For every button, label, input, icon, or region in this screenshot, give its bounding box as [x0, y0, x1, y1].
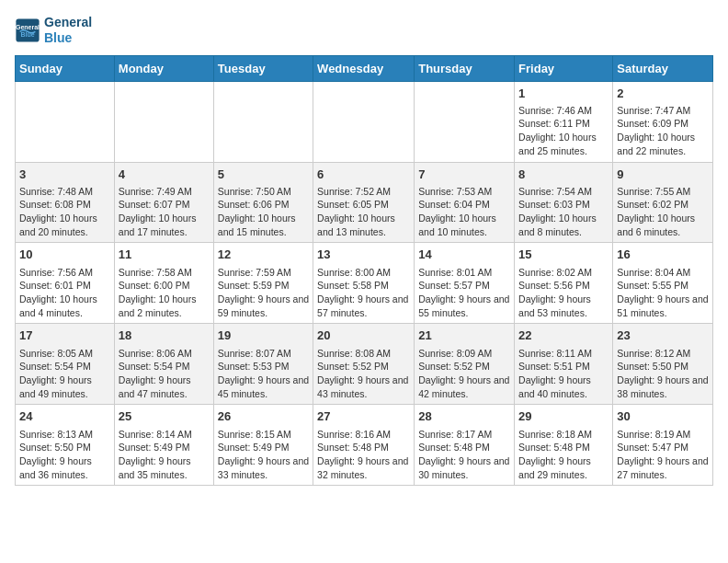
day-info: Sunset: 5:53 PM: [218, 360, 309, 373]
day-info: Sunrise: 7:55 AM: [617, 185, 709, 199]
day-info: Sunset: 5:50 PM: [19, 441, 110, 454]
calendar-week-row: 24Sunrise: 8:13 AMSunset: 5:50 PMDayligh…: [16, 405, 713, 486]
day-number: 21: [418, 327, 510, 344]
day-number: 15: [518, 247, 609, 263]
calendar-cell: 7Sunrise: 7:53 AMSunset: 6:04 PMDaylight…: [415, 162, 515, 243]
day-info: Sunrise: 8:12 AM: [617, 347, 709, 361]
day-info: Daylight: 10 hours and 8 minutes.: [518, 212, 609, 238]
day-number: 24: [19, 408, 110, 425]
day-info: Sunrise: 7:50 AM: [218, 185, 309, 199]
day-number: 14: [418, 247, 510, 263]
calendar-cell: 11Sunrise: 7:58 AMSunset: 6:00 PMDayligh…: [114, 243, 213, 324]
day-info: Sunrise: 8:19 AM: [617, 428, 709, 442]
day-info: Sunset: 6:00 PM: [119, 279, 210, 293]
day-number: 11: [119, 247, 210, 263]
day-info: Daylight: 10 hours and 4 minutes.: [19, 293, 110, 319]
day-info: Daylight: 9 hours and 45 minutes.: [218, 373, 309, 400]
day-info: Daylight: 9 hours and 43 minutes.: [317, 373, 410, 400]
header-sunday: Sunday: [16, 55, 115, 81]
day-info: Daylight: 9 hours and 36 minutes.: [19, 454, 110, 481]
calendar-cell: 18Sunrise: 8:06 AMSunset: 5:54 PMDayligh…: [114, 324, 213, 405]
day-info: Daylight: 10 hours and 13 minutes.: [317, 212, 410, 238]
day-info: Sunset: 6:08 PM: [19, 198, 110, 212]
day-number: 18: [119, 327, 210, 344]
day-info: Daylight: 9 hours and 33 minutes.: [218, 454, 309, 481]
calendar-week-row: 3Sunrise: 7:48 AMSunset: 6:08 PMDaylight…: [16, 162, 713, 243]
day-info: Daylight: 10 hours and 6 minutes.: [617, 212, 709, 238]
day-info: Sunset: 5:49 PM: [119, 441, 210, 454]
day-info: Daylight: 9 hours and 49 minutes.: [19, 373, 110, 400]
day-info: Daylight: 9 hours and 59 minutes.: [218, 293, 309, 319]
day-info: Sunset: 5:48 PM: [518, 441, 609, 454]
day-info: Daylight: 9 hours and 47 minutes.: [119, 373, 210, 400]
day-info: Sunset: 5:50 PM: [617, 360, 709, 373]
day-info: Sunrise: 8:09 AM: [418, 347, 510, 361]
day-info: Sunset: 6:01 PM: [19, 279, 110, 293]
day-info: Sunrise: 8:01 AM: [418, 266, 510, 280]
day-info: Sunset: 5:54 PM: [119, 360, 210, 373]
day-info: Sunset: 6:09 PM: [617, 117, 709, 131]
day-info: Daylight: 9 hours and 51 minutes.: [617, 293, 709, 319]
header-tuesday: Tuesday: [213, 55, 313, 81]
day-info: Sunrise: 8:00 AM: [317, 266, 410, 280]
header-saturday: Saturday: [613, 55, 713, 81]
header-friday: Friday: [515, 55, 613, 81]
svg-rect-0: [16, 18, 39, 41]
calendar-cell: [313, 81, 415, 162]
day-info: Sunrise: 8:06 AM: [119, 347, 210, 361]
header-monday: Monday: [114, 55, 213, 81]
day-number: 28: [418, 408, 510, 425]
day-info: Daylight: 10 hours and 20 minutes.: [19, 212, 110, 238]
calendar-cell: 24Sunrise: 8:13 AMSunset: 5:50 PMDayligh…: [16, 405, 115, 486]
calendar-week-row: 10Sunrise: 7:56 AMSunset: 6:01 PMDayligh…: [16, 243, 713, 324]
calendar-cell: 3Sunrise: 7:48 AMSunset: 6:08 PMDaylight…: [16, 162, 115, 243]
day-info: Sunset: 5:54 PM: [19, 360, 110, 373]
day-info: Sunrise: 7:52 AM: [317, 185, 410, 199]
day-info: Sunrise: 8:16 AM: [317, 428, 410, 442]
calendar-cell: 4Sunrise: 7:49 AMSunset: 6:07 PMDaylight…: [114, 162, 213, 243]
day-number: 4: [119, 167, 210, 183]
day-info: Daylight: 9 hours and 35 minutes.: [119, 454, 210, 481]
day-info: Sunset: 5:59 PM: [218, 279, 309, 293]
day-number: 27: [317, 408, 410, 425]
day-info: Sunrise: 8:02 AM: [518, 266, 609, 280]
day-info: Sunset: 5:48 PM: [317, 441, 410, 454]
day-info: Sunrise: 7:53 AM: [418, 185, 510, 199]
calendar-cell: 6Sunrise: 7:52 AMSunset: 6:05 PMDaylight…: [313, 162, 415, 243]
day-info: Sunrise: 8:04 AM: [617, 266, 709, 280]
day-info: Sunset: 5:49 PM: [218, 441, 309, 454]
day-info: Sunset: 5:58 PM: [317, 279, 410, 293]
day-info: Sunrise: 7:46 AM: [518, 104, 609, 118]
day-info: Sunrise: 7:47 AM: [617, 104, 709, 118]
day-info: Daylight: 10 hours and 2 minutes.: [119, 293, 210, 319]
day-info: Daylight: 9 hours and 42 minutes.: [418, 373, 510, 400]
day-info: Sunrise: 7:49 AM: [119, 185, 210, 199]
day-number: 17: [19, 327, 110, 344]
calendar-cell: 19Sunrise: 8:07 AMSunset: 5:53 PMDayligh…: [213, 324, 313, 405]
day-info: Daylight: 9 hours and 32 minutes.: [317, 454, 410, 481]
day-info: Sunrise: 7:48 AM: [19, 185, 110, 199]
logo-icon: General Blue: [15, 17, 40, 43]
day-info: Sunrise: 7:56 AM: [19, 266, 110, 280]
day-number: 22: [518, 327, 609, 344]
day-number: 16: [617, 247, 709, 263]
day-number: 1: [518, 86, 609, 102]
day-info: Sunset: 6:11 PM: [518, 117, 609, 131]
day-number: 10: [19, 247, 110, 263]
day-info: Daylight: 9 hours and 53 minutes.: [518, 293, 609, 319]
calendar-cell: 15Sunrise: 8:02 AMSunset: 5:56 PMDayligh…: [515, 243, 613, 324]
calendar-cell: 16Sunrise: 8:04 AMSunset: 5:55 PMDayligh…: [613, 243, 713, 324]
day-info: Sunset: 5:57 PM: [418, 279, 510, 293]
calendar-cell: 17Sunrise: 8:05 AMSunset: 5:54 PMDayligh…: [16, 324, 115, 405]
day-info: Daylight: 9 hours and 27 minutes.: [617, 454, 709, 481]
calendar-cell: [16, 81, 115, 162]
calendar-header-row: SundayMondayTuesdayWednesdayThursdayFrid…: [16, 55, 713, 81]
day-info: Sunset: 6:06 PM: [218, 198, 309, 212]
day-info: Daylight: 10 hours and 17 minutes.: [119, 212, 210, 238]
calendar-cell: 27Sunrise: 8:16 AMSunset: 5:48 PMDayligh…: [313, 405, 415, 486]
calendar-cell: 5Sunrise: 7:50 AMSunset: 6:06 PMDaylight…: [213, 162, 313, 243]
day-info: Sunrise: 7:54 AM: [518, 185, 609, 199]
day-number: 13: [317, 247, 410, 263]
calendar-cell: 21Sunrise: 8:09 AMSunset: 5:52 PMDayligh…: [415, 324, 515, 405]
top-bar: General Blue General Blue: [15, 15, 713, 50]
